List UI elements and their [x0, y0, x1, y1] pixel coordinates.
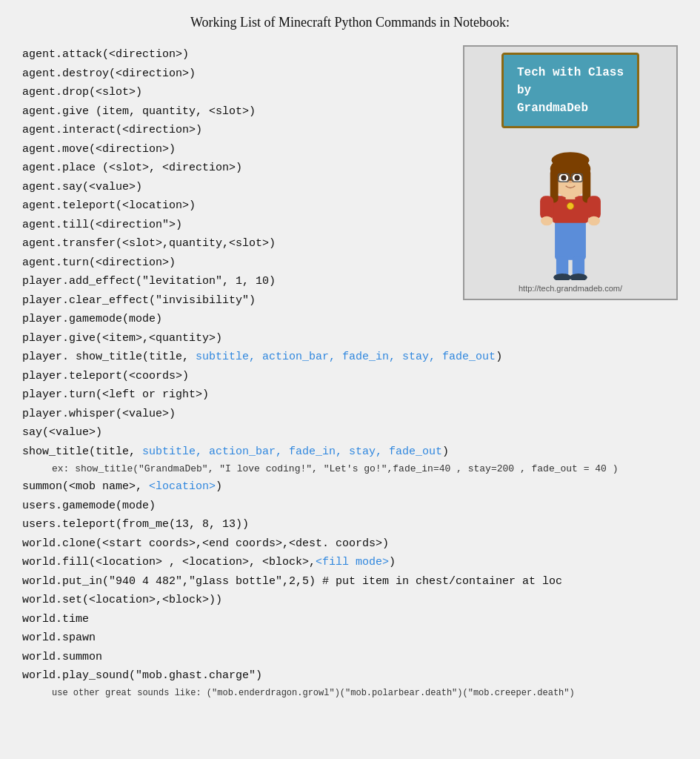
cmd-world-play-sound: world.play_sound("mob.ghast.charge"): [22, 666, 678, 686]
cmd-world-set: world.set(<location>,<block>)): [22, 591, 678, 610]
logo-line2: by: [517, 84, 531, 97]
cmd-world-fill-mode: <fill mode>: [316, 556, 389, 569]
cmd-player-gamemode: player.gamemode(mode): [22, 310, 678, 329]
cmd-show-title-params: subtitle, action_bar, fade_in, stay, fad…: [142, 445, 442, 458]
cmd-summon: summon(<mob name>, <location>): [22, 477, 678, 497]
cmd-player-show-title: player. show_title(title, subtitle, acti…: [22, 348, 678, 367]
logo-line1: Tech with Class: [517, 66, 624, 79]
cmd-player-turn: player.turn(<left or right>): [22, 385, 678, 405]
cmd-player-whisper: player.whisper(<value>): [22, 405, 678, 424]
cmd-say: say(<value>): [22, 423, 678, 443]
cmd-player-give: player.give(<item>,<quantity>): [22, 329, 678, 348]
cmd-users-teleport: users.teleport(from_me(13, 8, 13)): [22, 515, 678, 534]
cmd-world-spawn: world.spawn: [22, 629, 678, 648]
logo-container: Tech with Class by GrandmaDeb: [463, 45, 678, 300]
cmd-show-title-example: ex: show_title("GrandmaDeb", "I love cod…: [22, 461, 678, 477]
cmd-player-show-title-params: subtitle, action_bar, fade_in, stay, fad…: [196, 351, 496, 363]
svg-point-19: [541, 216, 553, 226]
cmd-world-clone: world.clone(<start coords>,<end coords>,…: [22, 534, 678, 554]
cmd-users-gamemode: users.gamemode(mode): [22, 497, 678, 516]
svg-rect-18: [587, 196, 601, 219]
svg-point-15: [568, 180, 572, 183]
cmd-player-teleport: player.teleport(<coords>): [22, 367, 678, 386]
page-title: Working List of Minecraft Python Command…: [22, 15, 678, 30]
chalkboard-box: Tech with Class by GrandmaDeb: [501, 53, 639, 128]
svg-point-7: [552, 152, 590, 168]
svg-point-20: [588, 216, 600, 226]
svg-rect-17: [540, 196, 553, 219]
cmd-world-play-sound-examples: use other great sounds like: ("mob.ender…: [22, 686, 678, 700]
cmd-world-fill: world.fill(<location> , <location>, <blo…: [22, 553, 678, 572]
cmd-world-put-in: world.put_in("940 4 482","glass bottle",…: [22, 572, 678, 591]
svg-point-10: [561, 175, 566, 180]
svg-point-16: [567, 202, 573, 209]
svg-point-24: [570, 274, 587, 280]
cmd-world-summon: world.summon: [22, 648, 678, 667]
cartoon-character: [515, 132, 626, 280]
svg-point-11: [574, 175, 579, 180]
cmd-summon-location: <location>: [149, 480, 216, 493]
svg-point-23: [553, 274, 571, 280]
logo-line3: GrandmaDeb: [517, 102, 588, 115]
svg-rect-0: [555, 219, 586, 260]
logo-url: http://tech.grandmadeb.com/: [519, 284, 622, 293]
cmd-world-time: world.time: [22, 610, 678, 629]
cmd-show-title: show_title(title, subtitle, action_bar, …: [22, 443, 678, 462]
